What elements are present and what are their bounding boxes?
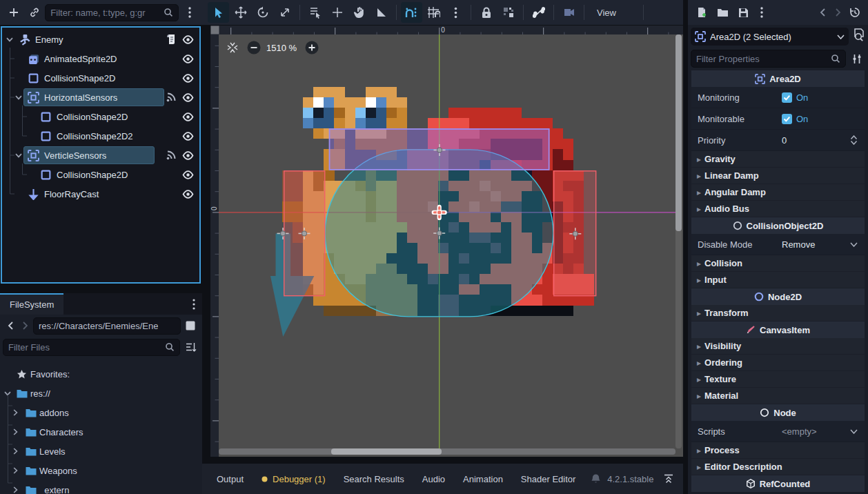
tree-row-animatedsprite2d[interactable]: AnimatedSprite2D — [2, 49, 199, 68]
tree-row-collisionshape2d[interactable]: CollisionShape2D — [2, 165, 199, 184]
fs-split-mode-button[interactable] — [183, 317, 198, 334]
script-icon[interactable] — [166, 34, 177, 45]
visibility-eye-icon[interactable] — [182, 169, 194, 181]
chevron-down-icon[interactable] — [15, 95, 22, 100]
inspector-group-visibility[interactable]: ▸Visibility — [691, 338, 865, 355]
select-tool-icon[interactable] — [208, 2, 229, 23]
inspector-group-transform[interactable]: ▸Transform — [691, 305, 865, 322]
fs-sort-button[interactable] — [183, 339, 199, 355]
chevron-down-icon[interactable] — [4, 391, 11, 396]
skeleton-options-icon[interactable] — [558, 2, 580, 23]
visibility-eye-icon[interactable] — [182, 72, 194, 84]
fs-row-favorites-[interactable]: Favorites: — [0, 364, 202, 384]
tree-row-collisionshape2d2[interactable]: CollisionShape2D2 — [2, 126, 199, 146]
inspector-node-selector[interactable]: Area2D (2 Selected) — [691, 28, 849, 46]
inspector-group-editor-description[interactable]: ▸Editor Description — [691, 459, 865, 475]
tree-row-enemy[interactable]: Enemy — [2, 30, 199, 49]
visibility-eye-icon[interactable] — [182, 53, 194, 65]
inspector-group-process[interactable]: ▸Process — [691, 442, 865, 459]
bottom-tab-search-results[interactable]: Search Results — [336, 471, 412, 488]
add-node-button[interactable] — [4, 3, 23, 22]
inspector-filter-input[interactable]: Filter Properties — [691, 50, 846, 68]
inspector-category-canvasitem[interactable]: CanvasItem — [691, 322, 865, 338]
inspector-group-gravity[interactable]: ▸Gravity — [691, 151, 865, 168]
fs-forward-button[interactable] — [19, 317, 31, 334]
group-icon[interactable] — [497, 2, 519, 23]
inspector-group-material[interactable]: ▸Material — [691, 388, 865, 404]
tree-row-collisionshape2d[interactable]: CollisionShape2D — [2, 107, 199, 126]
visibility-eye-icon[interactable] — [182, 150, 194, 161]
inspector-category-area2d[interactable]: Area2D — [691, 70, 865, 87]
property-checkbox[interactable] — [782, 92, 792, 103]
fs-row-weapons[interactable]: Weapons — [0, 461, 202, 480]
scale-tool-icon[interactable] — [274, 2, 295, 23]
view-menu-button[interactable]: View — [589, 4, 624, 21]
property-value[interactable]: 0 — [782, 135, 846, 146]
bottom-tab-animation[interactable]: Animation — [455, 471, 511, 488]
instance-scene-button[interactable] — [25, 3, 44, 22]
inspector-category-collisionobject2d[interactable]: CollisionObject2D — [691, 217, 865, 234]
expand-bottom-panel-icon[interactable] — [660, 471, 676, 487]
property-value[interactable]: Remove — [782, 239, 846, 250]
snap-menu-dots-icon[interactable] — [445, 2, 466, 23]
fs-row-characters[interactable]: Characters — [0, 422, 202, 442]
fs-row-addons[interactable]: addons — [0, 403, 202, 422]
tree-row-horizontalsensors[interactable]: HorizontalSensors — [2, 88, 199, 107]
fs-path-field[interactable]: res://Characters/Enemies/Ene — [33, 317, 181, 335]
viewport-2d[interactable]: 001510 % — [210, 26, 683, 457]
load-resource-icon[interactable] — [713, 3, 732, 22]
fs-filter-input[interactable]: Filter Files — [3, 339, 180, 356]
inspector-group-audio-bus[interactable]: ▸Audio Bus — [691, 201, 865, 217]
pan-tool-icon[interactable] — [348, 2, 370, 23]
visibility-eye-icon[interactable] — [182, 188, 194, 200]
inspector-group-texture[interactable]: ▸Texture — [691, 371, 865, 388]
inspector-menu-dots-icon[interactable] — [754, 3, 769, 22]
bone-icon[interactable] — [528, 2, 549, 23]
tree-row-verticlesensors[interactable]: VerticleSensors — [2, 146, 199, 165]
chevron-right-icon[interactable] — [13, 467, 18, 474]
spinner-arrows-icon[interactable] — [850, 135, 858, 145]
grid-snap-icon[interactable] — [423, 2, 444, 23]
notification-bell-icon[interactable] — [589, 471, 603, 487]
inspector-category-node2d[interactable]: Node2D — [691, 288, 865, 305]
visibility-eye-icon[interactable] — [182, 92, 194, 103]
inspector-group-collision[interactable]: ▸Collision — [691, 255, 865, 272]
chevron-down-icon[interactable] — [850, 242, 858, 247]
chevron-right-icon[interactable] — [13, 448, 18, 455]
list-select-icon[interactable] — [304, 2, 326, 23]
chevron-down-icon[interactable] — [6, 37, 13, 42]
chevron-down-icon[interactable] — [850, 429, 858, 434]
fs-row--extern[interactable]: _extern — [0, 480, 202, 494]
fs-row-res-[interactable]: res:// — [0, 384, 202, 403]
open-docs-icon[interactable] — [853, 28, 865, 42]
inspector-tools-icon[interactable] — [849, 50, 865, 67]
filesystem-menu-dots-icon[interactable] — [186, 293, 202, 315]
visibility-eye-icon[interactable] — [182, 130, 194, 142]
pivot-tool-icon[interactable] — [326, 2, 348, 23]
chevron-right-icon[interactable] — [13, 428, 18, 435]
bottom-tab-audio[interactable]: Audio — [415, 471, 453, 488]
scene-menu-dots-icon[interactable] — [181, 3, 198, 22]
chevron-right-icon[interactable] — [13, 409, 18, 416]
chevron-down-icon[interactable] — [15, 153, 22, 158]
rotate-tool-icon[interactable] — [252, 2, 273, 23]
visibility-eye-icon[interactable] — [182, 34, 194, 46]
signal-connections-icon[interactable] — [166, 92, 177, 103]
signal-connections-icon[interactable] — [166, 150, 177, 161]
property-checkbox[interactable] — [782, 114, 792, 124]
tree-row-collisionshape2d[interactable]: CollisionShape2D — [2, 68, 199, 88]
move-tool-icon[interactable] — [230, 2, 251, 23]
visibility-eye-icon[interactable] — [182, 111, 194, 123]
fs-back-button[interactable] — [4, 317, 17, 334]
inspector-category-refcounted[interactable]: RefCounted — [691, 475, 865, 492]
inspector-group-input[interactable]: ▸Input — [691, 272, 865, 288]
chevron-right-icon[interactable] — [13, 486, 18, 493]
history-icon[interactable] — [846, 3, 864, 22]
lock-icon[interactable] — [475, 2, 497, 23]
bottom-tab-output[interactable]: Output — [209, 471, 251, 488]
bottom-tab-shader-editor[interactable]: Shader Editor — [513, 471, 584, 488]
inspector-group-ordering[interactable]: ▸Ordering — [691, 355, 865, 371]
fs-row-levels[interactable]: Levels — [0, 442, 202, 461]
smart-snap-icon[interactable] — [401, 2, 422, 23]
new-resource-icon[interactable] — [692, 3, 711, 22]
